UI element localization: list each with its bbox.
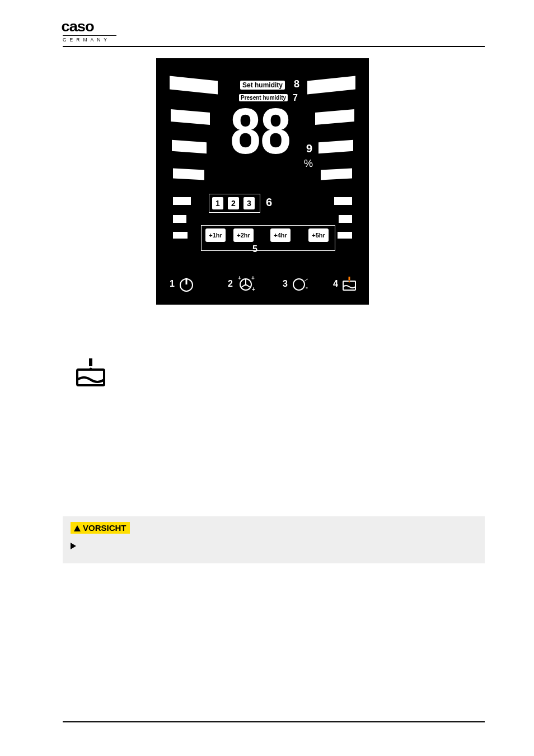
humidity-digits: 88: [229, 102, 289, 169]
caution-label: VORSICHT: [83, 523, 127, 533]
brand-logo: caso GERMANY: [63, 20, 116, 43]
callout-6: 6: [266, 196, 272, 209]
callout-8: 8: [294, 78, 299, 90]
callout-1: 1: [170, 279, 175, 288]
tank-icon-inline: [74, 357, 485, 391]
svg-text:+: +: [251, 276, 255, 281]
panel-icon-4: 4: [333, 276, 357, 292]
tick-left: [172, 140, 207, 153]
panel-icon-3: 3 -: [283, 276, 309, 292]
tick-right: [338, 232, 352, 239]
lcd-figure: Set humidity Present humidity 8 7 9 88 %…: [63, 58, 462, 305]
logo-divider: [63, 35, 116, 36]
power-icon: [178, 276, 195, 292]
tick-left: [173, 215, 186, 223]
svg-point-14: [90, 368, 92, 371]
tank-full-icon: [74, 357, 107, 389]
svg-point-6: [293, 279, 305, 290]
callout-2: 2: [228, 279, 233, 288]
warning-triangle-icon: [74, 525, 81, 531]
panel-icon-2: 2 + + +: [228, 276, 255, 292]
text-gap: [63, 391, 485, 514]
tick-left: [173, 169, 204, 180]
svg-line-7: [305, 279, 308, 281]
mode-box: 1: [212, 197, 223, 209]
caution-box: VORSICHT: [63, 516, 485, 563]
brand-subline: GERMANY: [63, 37, 116, 43]
svg-text:+: +: [252, 286, 255, 292]
caution-bullet: [71, 542, 477, 551]
tick-right: [307, 76, 355, 95]
tick-left: [171, 109, 210, 125]
percent-symbol: %: [304, 158, 313, 170]
callout-7: 7: [293, 93, 298, 103]
tank-full-icon: [341, 276, 357, 292]
tick-right: [318, 140, 353, 153]
bullet-arrow-icon: [71, 543, 76, 549]
footer-rule: [63, 721, 485, 722]
panel-icon-1: 1: [170, 276, 195, 292]
set-humidity-label: Set humidity: [240, 81, 285, 90]
callout-5: 5: [252, 244, 257, 254]
caution-badge: VORSICHT: [71, 522, 130, 534]
fan-icon: + + +: [236, 276, 255, 292]
svg-text:+: +: [238, 276, 241, 281]
tick-right: [339, 215, 352, 223]
tick-left: [173, 197, 191, 205]
minus-icon: -: [291, 276, 309, 292]
tick-left: [173, 232, 188, 239]
timer-box: +1hr: [205, 228, 226, 242]
svg-text:-: -: [306, 284, 308, 292]
timer-box: +4hr: [270, 228, 291, 242]
tick-right: [334, 197, 352, 205]
timer-box: +2hr: [233, 228, 254, 242]
page: caso GERMANY Set humidity Present humidi…: [0, 0, 534, 756]
lcd-panel: Set humidity Present humidity 8 7 9 88 %…: [156, 58, 369, 305]
timer-box: +5hr: [308, 228, 329, 242]
mode-box: 3: [243, 197, 255, 209]
brand-wordmark: caso: [62, 20, 118, 33]
tick-left: [170, 76, 218, 95]
tick-right: [321, 169, 352, 180]
callout-9: 9: [306, 142, 312, 155]
svg-point-11: [349, 281, 350, 283]
text-gap: [63, 320, 485, 354]
header-rule: [63, 46, 485, 47]
tick-right: [315, 109, 354, 125]
callout-4: 4: [333, 279, 338, 288]
callout-3: 3: [283, 279, 288, 288]
mode-box: 2: [228, 197, 239, 209]
